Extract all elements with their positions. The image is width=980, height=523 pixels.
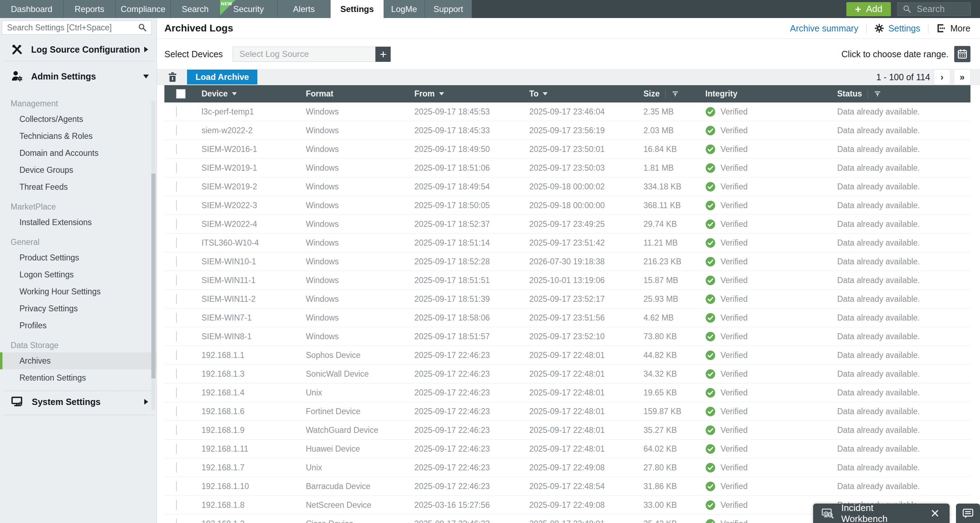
row-checkbox[interactable]	[176, 107, 177, 117]
cell-to: 2025-09-17 22:48:54	[529, 482, 643, 491]
row-checkbox[interactable]	[176, 481, 177, 491]
column-header-integrity[interactable]: Integrity	[705, 89, 837, 99]
row-checkbox[interactable]	[176, 425, 177, 435]
sidebar-item-product-settings[interactable]: Product Settings	[0, 249, 157, 266]
row-checkbox[interactable]	[176, 406, 177, 416]
tab-logme[interactable]: LogMe	[383, 0, 425, 18]
chat-button[interactable]	[956, 504, 980, 523]
log-source-input[interactable]	[232, 47, 375, 62]
row-checkbox[interactable]	[176, 331, 177, 341]
cell-size: 35.27 KB	[643, 426, 705, 435]
sidebar-item-technicians-roles[interactable]: Technicians & Roles	[0, 127, 157, 145]
row-checkbox[interactable]	[176, 500, 177, 510]
tab-compliance[interactable]: Compliance	[116, 0, 171, 18]
tab-alerts[interactable]: Alerts	[277, 0, 331, 18]
column-header-status[interactable]: Status	[837, 89, 970, 99]
row-checkbox[interactable]	[176, 126, 177, 135]
row-checkbox[interactable]	[176, 313, 177, 323]
archive-summary-link[interactable]: Archive summary	[790, 23, 858, 33]
row-checkbox[interactable]	[176, 219, 177, 229]
integrity-label: Verified	[721, 313, 748, 323]
sidebar-scrollbar[interactable]	[151, 101, 156, 410]
column-header-device[interactable]: Device	[202, 89, 306, 99]
sidebar-search-input[interactable]	[2, 23, 138, 32]
scrollbar-thumb[interactable]	[151, 173, 156, 378]
sidebar-item-archives[interactable]: Archives	[0, 352, 157, 369]
row-checkbox[interactable]	[176, 350, 177, 360]
column-header-format[interactable]: Format	[306, 89, 414, 99]
cell-to: 2025-09-17 22:48:01	[529, 388, 643, 397]
row-checkbox[interactable]	[176, 463, 177, 472]
cell-to: 2025-09-17 22:49:08	[529, 463, 643, 472]
tab-security[interactable]: NEWSecurity	[220, 0, 277, 18]
more-button[interactable]: More	[936, 23, 970, 33]
cell-integrity: Verified	[705, 107, 837, 117]
column-header-to[interactable]: To	[529, 89, 643, 99]
last-page-button[interactable]: »	[954, 69, 970, 85]
row-checkbox[interactable]	[176, 519, 177, 523]
chevron-right-icon	[144, 399, 148, 405]
cell-format: Barracuda Device	[306, 482, 414, 491]
row-checkbox[interactable]	[176, 294, 177, 304]
sidebar-item-logon-settings[interactable]: Logon Settings	[0, 266, 157, 283]
sort-icon	[439, 92, 444, 95]
row-checkbox[interactable]	[176, 238, 177, 248]
cell-device: 192.168.1.6	[202, 407, 306, 416]
cell-integrity: Verified	[705, 425, 837, 436]
sidebar-item-admin-settings[interactable]: Admin Settings	[0, 69, 157, 83]
row-checkbox[interactable]	[176, 144, 177, 154]
sidebar-item-label: System Settings	[32, 397, 101, 407]
chevron-down-icon	[143, 75, 149, 78]
row-checkbox[interactable]	[176, 369, 177, 379]
cell-status: Data already available.	[837, 444, 970, 454]
row-checkbox[interactable]	[176, 182, 177, 192]
cell-from: 2025-09-17 22:46:23	[414, 519, 529, 523]
tab-settings[interactable]: Settings	[331, 0, 383, 18]
row-checkbox[interactable]	[176, 200, 177, 210]
sidebar-item-profiles[interactable]: Profiles	[0, 317, 157, 334]
sidebar-item-privacy-settings[interactable]: Privacy Settings	[0, 300, 157, 317]
filter-icon[interactable]	[873, 90, 881, 98]
global-search-input[interactable]: Search	[897, 3, 971, 16]
sidebar-item-installed-extensions[interactable]: Installed Extensions	[0, 214, 157, 231]
sidebar-item-collectors-agents[interactable]: Collectors/Agents	[0, 111, 157, 127]
close-icon[interactable]: ✕	[928, 507, 942, 520]
tab-dashboard[interactable]: Dashboard	[0, 0, 64, 18]
sidebar-item-retention-settings[interactable]: Retention Settings	[0, 369, 157, 386]
divider	[928, 23, 928, 33]
cell-from: 2025-09-17 22:46:23	[414, 351, 529, 360]
cell-size: 368.11 KB	[643, 201, 705, 210]
add-log-source-button[interactable]: +	[375, 47, 391, 62]
cell-to: 2025-09-17 23:52:10	[529, 332, 643, 341]
sidebar-item-device-groups[interactable]: Device Groups	[0, 162, 157, 178]
row-checkbox[interactable]	[176, 444, 177, 454]
load-archive-button[interactable]: Load Archive	[187, 70, 258, 84]
row-checkbox[interactable]	[176, 163, 177, 173]
row-checkbox[interactable]	[176, 388, 177, 397]
tab-search[interactable]: Search	[171, 0, 220, 18]
select-all-checkbox[interactable]	[176, 89, 186, 99]
settings-link[interactable]: Settings	[874, 23, 920, 33]
tab-support[interactable]: Support	[425, 0, 472, 18]
sidebar-item-log-source-configuration[interactable]: Log Source Configuration	[0, 42, 157, 57]
sidebar-item-system-settings[interactable]: System Settings	[0, 394, 157, 410]
add-button[interactable]: + Add	[846, 2, 891, 16]
cell-integrity: Verified	[705, 238, 837, 248]
date-range-button[interactable]	[954, 46, 970, 62]
tab-reports[interactable]: Reports	[64, 0, 116, 18]
cell-to: 2025-09-17 23:52:17	[529, 294, 643, 304]
topnav-right: + Add Search	[846, 0, 980, 18]
sidebar-item-threat-feeds[interactable]: Threat Feeds	[0, 178, 157, 196]
column-header-from[interactable]: From	[414, 89, 529, 99]
cell-format: Sophos Device	[306, 351, 414, 360]
sidebar-item-domain-and-accounts[interactable]: Domain and Accounts	[0, 145, 157, 162]
next-page-button[interactable]: ›	[934, 69, 950, 85]
row-checkbox[interactable]	[176, 256, 177, 267]
cell-status: Data already available.	[837, 388, 970, 397]
incident-workbench-panel[interactable]: Incident Workbench ✕	[813, 504, 950, 523]
delete-button[interactable]	[164, 71, 181, 83]
row-checkbox[interactable]	[176, 275, 177, 285]
sidebar-item-working-hour-settings[interactable]: Working Hour Settings	[0, 283, 157, 300]
column-header-size[interactable]: Size	[643, 89, 705, 99]
filter-icon[interactable]	[671, 90, 679, 98]
